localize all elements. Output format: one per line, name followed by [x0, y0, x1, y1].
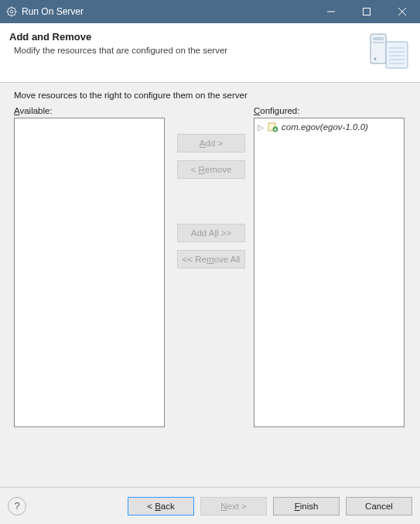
remove-button[interactable]: < Remove [177, 160, 245, 179]
svg-point-1 [10, 10, 13, 13]
page-subtitle: Modify the resources that are configured… [9, 46, 360, 55]
svg-line-8 [8, 14, 9, 15]
svg-line-6 [8, 8, 9, 9]
add-button[interactable]: Add > [177, 134, 245, 152]
minimize-button[interactable] [313, 0, 349, 23]
next-button[interactable]: Next > [200, 497, 267, 515]
wizard-header: Add and Remove Modify the resources that… [0, 23, 420, 83]
add-all-button[interactable]: Add All >> [177, 224, 245, 242]
svg-line-9 [14, 8, 15, 9]
window-title: Run On Server [22, 6, 313, 17]
instruction-text: Move resources to the right to configure… [14, 91, 406, 100]
expand-arrow-icon[interactable]: ▷ [257, 123, 265, 132]
available-label: Available: [14, 106, 169, 115]
cancel-button[interactable]: Cancel [346, 497, 412, 515]
available-list[interactable] [14, 118, 165, 427]
remove-all-button[interactable]: << Remove All [177, 250, 245, 269]
configured-list[interactable]: ▷ com.egov(egov-1.0.0) [254, 118, 405, 427]
page-title: Add and Remove [9, 31, 360, 43]
svg-line-7 [14, 14, 15, 15]
svg-rect-11 [364, 9, 370, 15]
module-icon [268, 122, 278, 132]
configured-item[interactable]: ▷ com.egov(egov-1.0.0) [257, 121, 401, 133]
wizard-footer: ? < Back Next > Finish Cancel [0, 487, 420, 524]
configured-item-label: com.egov(egov-1.0.0) [282, 122, 368, 132]
finish-button[interactable]: Finish [273, 497, 340, 515]
server-banner-icon [367, 31, 411, 73]
help-icon[interactable]: ? [8, 497, 26, 515]
close-button[interactable] [384, 0, 420, 23]
svg-rect-15 [373, 37, 384, 40]
svg-point-17 [374, 58, 377, 60]
configured-label: Configured: [254, 106, 406, 115]
window-titlebar: Run On Server [0, 0, 420, 23]
svg-rect-16 [373, 42, 384, 43]
app-icon [6, 6, 17, 17]
back-button[interactable]: < Back [128, 497, 194, 515]
svg-rect-18 [386, 42, 408, 68]
maximize-button[interactable] [349, 0, 384, 23]
